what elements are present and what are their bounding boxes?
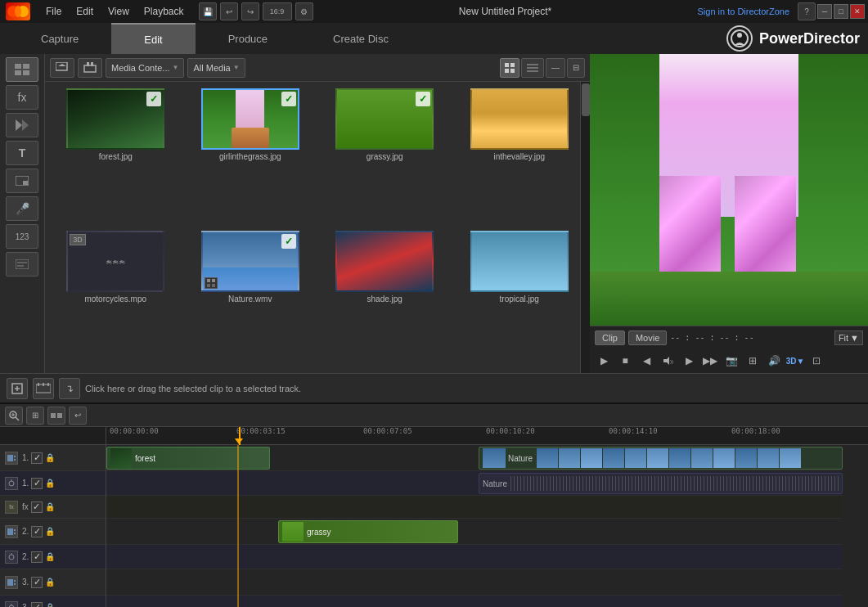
track-1v-check[interactable]: ✓: [31, 452, 43, 464]
track-1a-lock[interactable]: 🔒: [45, 479, 55, 488]
clip-grassy[interactable]: grassy: [278, 520, 458, 543]
media-item[interactable]: ✓ forest.jpg: [52, 88, 180, 224]
media-item[interactable]: tropical.jpg: [456, 231, 584, 366]
svg-rect-12: [23, 181, 28, 185]
sidebar-media-btn[interactable]: [6, 57, 38, 82]
timeline-ripple[interactable]: [47, 407, 65, 425]
clip-mode-btn[interactable]: Clip: [595, 330, 625, 345]
media-item[interactable]: ✓ girlinthegrass.jpg: [187, 88, 315, 224]
sidebar-audio-btn[interactable]: 🎤: [6, 196, 38, 221]
playhead[interactable]: [239, 427, 241, 445]
track-2v-check[interactable]: ✓: [31, 526, 43, 537]
clip-nature-v[interactable]: Nature: [479, 447, 843, 470]
timeline-toolbar: ⊞ ↩: [0, 404, 868, 427]
media-item[interactable]: shade.jpg: [321, 231, 449, 366]
sign-in-link[interactable]: Sign in to DirectorZone: [698, 7, 790, 16]
grid-view-btn[interactable]: [500, 58, 519, 78]
media-item[interactable]: inthevalley.jpg: [456, 88, 584, 224]
track-3v-check[interactable]: ✓: [31, 577, 43, 588]
fullscreen-btn[interactable]: ⊞: [744, 352, 762, 370]
size-slider-btn[interactable]: ⊟: [567, 58, 585, 78]
track-fx-check[interactable]: ✓: [31, 501, 43, 513]
add-track-btn[interactable]: ↴: [59, 378, 80, 399]
snapshot-btn[interactable]: 📷: [722, 352, 740, 370]
list-view-btn[interactable]: [521, 58, 544, 78]
timeline-area: ⊞ ↩ 1. ✓ 🔒 1. ✓: [0, 402, 868, 607]
track-1v-lock[interactable]: 🔒: [45, 453, 55, 462]
settings-btn[interactable]: ⚙: [295, 2, 313, 20]
media-item[interactable]: ✓ Nature.wmv: [187, 231, 315, 366]
menu-playback[interactable]: Playback: [137, 4, 191, 19]
movie-mode-btn[interactable]: Movie: [628, 330, 667, 345]
fast-fwd-btn[interactable]: ▶▶: [701, 352, 719, 370]
tab-create-disc[interactable]: Create Disc: [300, 23, 421, 54]
track-labels: 1. ✓ 🔒 1. ✓ 🔒 fx fx ✓ 🔒: [0, 427, 106, 607]
media-thumb-tropical[interactable]: [470, 231, 569, 292]
media-thumb-motos[interactable]: 🏍🏍🏍 3D: [66, 231, 164, 292]
track-1a-check[interactable]: ✓: [31, 478, 43, 489]
undo-btn[interactable]: ↩: [220, 2, 238, 20]
import-btn[interactable]: [50, 58, 74, 78]
track-2a-lock[interactable]: 🔒: [45, 552, 55, 561]
media-thumb-nature[interactable]: ✓: [201, 231, 299, 292]
prev-frame-btn[interactable]: ◀: [637, 352, 655, 370]
tab-capture[interactable]: Capture: [8, 23, 111, 54]
timer-btn[interactable]: 16:9: [263, 2, 292, 20]
timeline-fit[interactable]: ⊞: [26, 407, 44, 425]
track-3a-check[interactable]: ✓: [31, 602, 43, 608]
3d-btn[interactable]: 3D▼: [786, 352, 804, 370]
media-scrollbar-thumb[interactable]: [582, 83, 590, 116]
redo-btn[interactable]: ↪: [241, 2, 259, 20]
media-item[interactable]: ✓ grassy.jpg: [321, 88, 449, 224]
tab-produce[interactable]: Produce: [196, 23, 300, 54]
play-btn[interactable]: ▶: [595, 352, 613, 370]
timeline-undo[interactable]: ↩: [69, 407, 87, 425]
track-3a-lock[interactable]: 🔒: [45, 603, 55, 607]
details-view-btn[interactable]: —: [546, 58, 565, 78]
sidebar-chapters-btn[interactable]: 123: [6, 224, 38, 249]
track-2v-lock[interactable]: 🔒: [45, 527, 55, 536]
close-btn[interactable]: ✕: [850, 4, 865, 19]
help-btn[interactable]: ?: [798, 2, 816, 20]
content-dropdown[interactable]: Media Conte... ▼: [106, 58, 184, 78]
audio-btn[interactable]: 🔊: [765, 352, 783, 370]
minimize-btn[interactable]: ─: [817, 4, 832, 19]
clip-forest[interactable]: forest: [106, 447, 270, 470]
media-thumb-girl[interactable]: ✓: [201, 88, 299, 150]
track-3v-lock[interactable]: 🔒: [45, 578, 55, 587]
sidebar-fx-btn[interactable]: fx: [6, 85, 38, 110]
sidebar-titles-btn[interactable]: T: [6, 141, 38, 165]
next-frame-btn[interactable]: ▶: [680, 352, 698, 370]
fit-dropdown[interactable]: Fit ▼: [834, 330, 863, 345]
media-thumb-grassy[interactable]: ✓: [335, 88, 434, 150]
svg-point-2: [15, 6, 21, 17]
track-2a-check[interactable]: ✓: [31, 551, 43, 563]
media-toolbar: Media Conte... ▼ All Media ▼ — ⊟: [45, 54, 590, 82]
add-media-btn[interactable]: [7, 378, 28, 399]
menu-edit[interactable]: Edit: [70, 4, 100, 19]
aspect-btn[interactable]: ⊡: [807, 352, 825, 370]
media-item[interactable]: 🏍🏍🏍 3D motorcycles.mpo: [52, 231, 180, 366]
vol-btn[interactable]: )))): [659, 352, 677, 370]
sidebar-pip-btn[interactable]: [6, 169, 38, 193]
menu-file[interactable]: File: [39, 4, 68, 19]
track-fx-lock[interactable]: 🔒: [45, 502, 55, 511]
tab-edit[interactable]: Edit: [111, 23, 195, 54]
filter-dropdown[interactable]: All Media ▼: [187, 58, 245, 78]
timeline-content[interactable]: 00:00:00:00 00:00:03:15 00:00:07:05 00:0…: [106, 427, 868, 607]
plugin-btn[interactable]: [78, 58, 102, 78]
preview-controls-bar: Clip Movie -- : -- : -- : -- Fit ▼: [590, 326, 868, 348]
save-btn[interactable]: 💾: [199, 2, 217, 20]
media-thumb-shade[interactable]: [335, 231, 434, 292]
track-3a-icon: [5, 601, 18, 608]
media-thumb-forest[interactable]: ✓: [66, 88, 164, 150]
maximize-btn[interactable]: □: [834, 4, 848, 19]
sidebar-transitions-btn[interactable]: [6, 113, 38, 137]
media-scrollbar[interactable]: [580, 82, 590, 373]
add-clips-btn[interactable]: [33, 378, 54, 399]
media-thumb-valley[interactable]: [470, 88, 569, 150]
timeline-zoom-in[interactable]: [5, 407, 23, 425]
stop-btn[interactable]: ■: [616, 352, 634, 370]
sidebar-subtitles-btn[interactable]: [6, 252, 38, 277]
menu-view[interactable]: View: [101, 4, 136, 19]
